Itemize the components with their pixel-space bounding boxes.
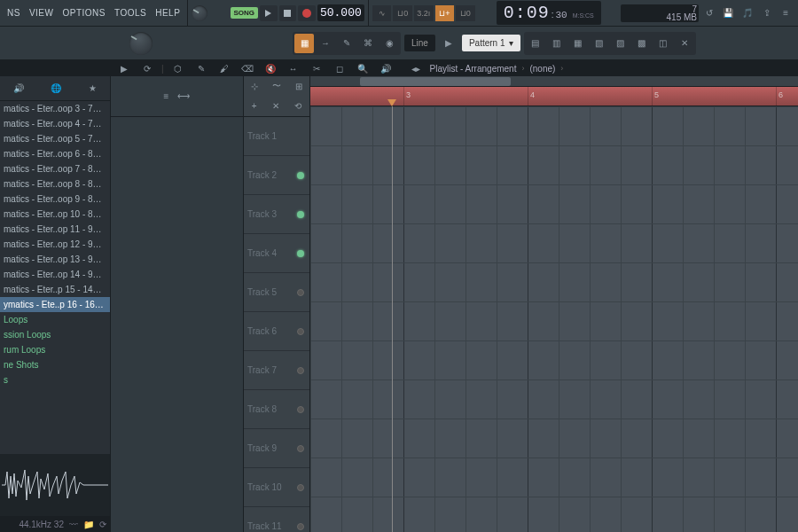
- browser-item[interactable]: matics - Eter..oop 9 - 87 BPM: [0, 192, 110, 207]
- track-mute-led[interactable]: [297, 484, 304, 491]
- browser-category[interactable]: rum Loops: [0, 342, 110, 357]
- view-browser-icon[interactable]: ▨: [611, 34, 630, 53]
- snap-btn-5[interactable]: ⊔0: [456, 5, 475, 21]
- browser-item[interactable]: matics - Eter..op 10 - 88 BPM: [0, 207, 110, 222]
- track-mute-led[interactable]: [297, 289, 304, 296]
- link-icon[interactable]: ⌘: [358, 34, 378, 53]
- track-row[interactable]: Track 5: [244, 273, 309, 312]
- track-row[interactable]: Track 3: [244, 195, 309, 234]
- browser-item[interactable]: matics - Eter..op 12 - 90 BPM: [0, 237, 110, 252]
- browser-item[interactable]: matics - Eter..op 11 - 90 BPM: [0, 222, 110, 237]
- expand-icon[interactable]: ⟷: [177, 91, 190, 101]
- scroll-thumb[interactable]: [360, 77, 511, 86]
- view-channel-icon[interactable]: ▦: [568, 34, 588, 53]
- menu-patterns[interactable]: NS: [4, 4, 24, 21]
- track-row[interactable]: Track 1: [244, 117, 309, 156]
- browser-item[interactable]: ymatics - Ete..p 16 - 160 BPM: [0, 297, 110, 312]
- pl-erase-icon[interactable]: ⌫: [239, 60, 256, 76]
- browser-category[interactable]: ne Shots: [0, 357, 110, 372]
- track-mute-led[interactable]: [297, 172, 304, 179]
- pl-slip-icon[interactable]: ↔: [285, 60, 302, 76]
- browser-item[interactable]: matics - Eter..op 14 - 95 BPM: [0, 267, 110, 282]
- horizontal-scrollbar[interactable]: [310, 76, 798, 87]
- browser-item[interactable]: matics - Eter..oop 3 - 75 BPM: [0, 101, 110, 116]
- timeline-ruler[interactable]: 3456: [310, 87, 798, 106]
- view-plugin-icon[interactable]: ▩: [632, 34, 652, 53]
- browser-category[interactable]: Loops: [0, 312, 110, 327]
- pl-play-icon[interactable]: ▶: [115, 60, 133, 76]
- pl-pencil-icon[interactable]: ✎: [192, 60, 210, 76]
- view-tempo-icon[interactable]: ◫: [653, 34, 673, 53]
- stop-button[interactable]: [279, 5, 297, 21]
- track-row[interactable]: Track 11: [244, 507, 309, 532]
- track-mute-led[interactable]: [297, 406, 304, 413]
- time-display[interactable]: 0:09:30 M:S:CS: [497, 1, 601, 25]
- tp-grid-icon[interactable]: ⊞: [295, 82, 302, 91]
- marker-icon[interactable]: ◉: [379, 34, 399, 53]
- close-view-icon[interactable]: ✕: [675, 34, 694, 53]
- browser-category[interactable]: ssion Loops: [0, 327, 110, 342]
- playlist-icon[interactable]: ▦: [294, 34, 314, 53]
- browser-item[interactable]: matics - Eter..op 13 - 92 BPM: [0, 252, 110, 267]
- snap-mode-select[interactable]: Line: [404, 35, 435, 51]
- track-mute-led[interactable]: [297, 211, 304, 218]
- song-mode-button[interactable]: SONG: [231, 7, 259, 19]
- master-pitch-knob[interactable]: [129, 32, 153, 55]
- snap-btn-1[interactable]: ∿: [372, 5, 392, 21]
- pl-playback-icon[interactable]: 🔊: [377, 60, 395, 76]
- tp-add-icon[interactable]: ⊹: [251, 82, 258, 91]
- browser-item[interactable]: matics - Eter..oop 7 - 80 BPM: [0, 161, 110, 176]
- menu-options[interactable]: OPTIONS: [59, 4, 109, 21]
- record-button[interactable]: [298, 5, 316, 21]
- track-mute-led[interactable]: [297, 250, 304, 257]
- browser-item[interactable]: matics - Eter..p 15 - 140 BPM: [0, 282, 110, 297]
- menu-view[interactable]: VIEW: [26, 4, 58, 21]
- settings-icon[interactable]: ≡: [777, 5, 794, 21]
- track-row[interactable]: Track 9: [244, 429, 309, 468]
- track-mute-led[interactable]: [297, 367, 304, 374]
- waveform-preview[interactable]: [0, 454, 110, 516]
- browser-item[interactable]: matics - Eter..oop 6 - 80 BPM: [0, 146, 110, 161]
- browser-tab-globe-icon[interactable]: 🌐: [51, 83, 61, 93]
- view-mixer-icon[interactable]: ▧: [590, 34, 609, 53]
- tempo-display[interactable]: 50.000: [317, 4, 364, 21]
- arrow-right-icon[interactable]: →: [316, 34, 335, 53]
- snap-btn-3[interactable]: 3.2ı: [414, 5, 434, 21]
- snap-btn-4[interactable]: ⊔+: [435, 5, 455, 21]
- track-row[interactable]: Track 6: [244, 312, 309, 351]
- playlist-grid[interactable]: 3456: [310, 76, 798, 532]
- refresh-icon[interactable]: ⟳: [99, 520, 106, 529]
- folder-icon[interactable]: 📁: [83, 520, 94, 529]
- menu-tools[interactable]: TOOLS: [111, 4, 150, 21]
- pl-mute-icon[interactable]: 🔇: [262, 60, 279, 76]
- export-icon[interactable]: ⇪: [758, 5, 776, 21]
- browser-category[interactable]: s: [0, 372, 110, 387]
- browser-tab-star-icon[interactable]: ★: [89, 83, 97, 93]
- tp-plus-icon[interactable]: +: [252, 101, 257, 111]
- play-small-icon[interactable]: ▶: [439, 34, 458, 53]
- browser-list[interactable]: matics - Eter..oop 3 - 75 BPMmatics - Et…: [0, 101, 110, 454]
- arrangement-name[interactable]: (none): [529, 64, 555, 74]
- track-row[interactable]: Track 8: [244, 390, 309, 429]
- wrench-icon[interactable]: ≡: [164, 91, 169, 101]
- browser-item[interactable]: matics - Eter..oop 8 - 85 BPM: [0, 176, 110, 192]
- pl-brush-icon[interactable]: 🖌: [215, 60, 233, 76]
- track-mute-led[interactable]: [297, 445, 304, 452]
- snap-btn-2[interactable]: ⊔0: [393, 5, 412, 21]
- browser-tab-sound-icon[interactable]: 🔊: [13, 83, 24, 93]
- tp-wave-icon[interactable]: 〜: [272, 80, 281, 92]
- track-row[interactable]: Track 2: [244, 156, 309, 195]
- track-row[interactable]: Track 4: [244, 234, 309, 273]
- pl-select-icon[interactable]: ◻: [331, 60, 348, 76]
- pl-sync-icon[interactable]: ⟳: [138, 60, 156, 76]
- track-mute-led[interactable]: [297, 328, 304, 335]
- pl-slice-icon[interactable]: ✂: [308, 60, 325, 76]
- pl-back-icon[interactable]: ◂▸: [407, 60, 425, 76]
- pl-zoom-icon[interactable]: 🔍: [354, 60, 372, 76]
- browser-item[interactable]: matics - Eter..oop 4 - 75 BPM: [0, 116, 110, 131]
- volume-knob[interactable]: [192, 5, 207, 21]
- wave-icon[interactable]: 〰: [69, 520, 78, 529]
- render-icon[interactable]: 🎵: [739, 5, 756, 21]
- track-row[interactable]: Track 10: [244, 468, 309, 507]
- view-playlist-icon[interactable]: ▤: [526, 34, 545, 53]
